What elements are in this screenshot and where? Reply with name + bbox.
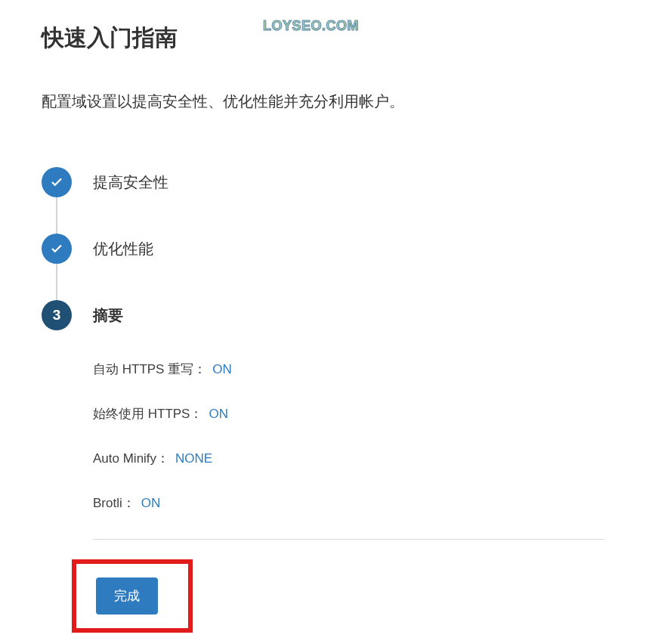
finish-highlight-box: 完成 [72, 559, 193, 633]
summary-key: 自动 HTTPS 重写： [93, 361, 206, 378]
summary-value: ON [141, 496, 161, 511]
check-icon [50, 175, 63, 189]
summary-row: Brotli： ON [93, 494, 604, 512]
step-security: 提高安全性 [42, 167, 604, 234]
step-performance: 优化性能 [42, 234, 604, 300]
summary-key: 始终使用 HTTPS： [93, 405, 202, 423]
steps-list: 提高安全性 优化性能 3 摘要 [42, 167, 604, 330]
step-connector [56, 197, 57, 234]
summary-row: Auto Minify： NONE [93, 450, 604, 467]
summary-value: ON [209, 407, 228, 422]
summary-value: NONE [175, 451, 212, 466]
summary-key: Auto Minify： [93, 450, 169, 467]
step-label: 优化性能 [93, 234, 153, 264]
summary-body: 自动 HTTPS 重写： ON 始终使用 HTTPS： ON Auto Mini… [93, 361, 604, 512]
summary-value: ON [212, 362, 232, 377]
step-marker-active: 3 [42, 300, 72, 330]
step-connector [56, 264, 57, 300]
step-label: 提高安全性 [93, 167, 168, 197]
summary-row: 始终使用 HTTPS： ON [93, 405, 604, 423]
check-icon [50, 242, 63, 255]
step-summary: 3 摘要 [42, 300, 604, 330]
page-title: 快速入门指南 [42, 23, 604, 54]
finish-button[interactable]: 完成 [96, 577, 158, 615]
step-label-active: 摘要 [93, 300, 123, 330]
summary-row: 自动 HTTPS 重写： ON [93, 361, 604, 378]
summary-key: Brotli： [93, 494, 135, 512]
divider [93, 539, 604, 540]
step-marker-done [42, 234, 72, 264]
page-subtitle: 配置域设置以提高安全性、优化性能并充分利用帐户。 [42, 90, 604, 113]
step-marker-done [42, 167, 72, 197]
